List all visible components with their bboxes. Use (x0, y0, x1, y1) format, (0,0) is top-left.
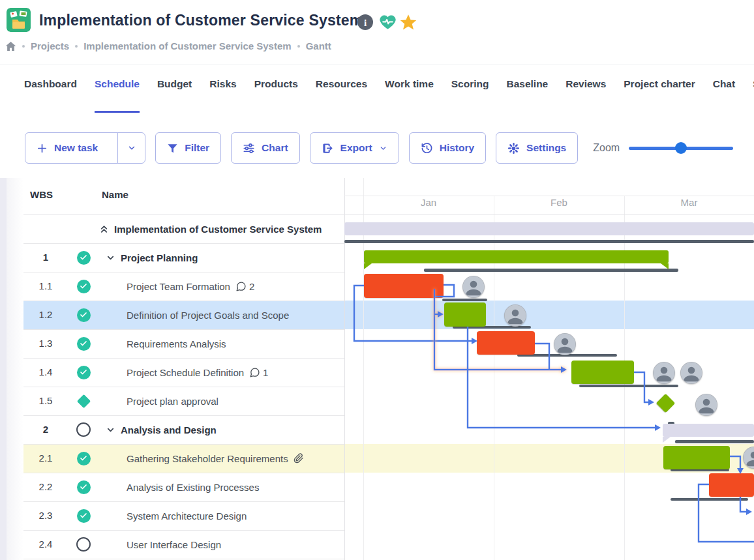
tab-reviews[interactable]: Reviews (566, 78, 606, 113)
sliders-icon (243, 142, 255, 155)
status-done-icon[interactable] (77, 480, 91, 494)
status-icon-wrap[interactable] (76, 365, 91, 379)
table-row-1-5[interactable]: 1.5Project plan approval (0, 387, 344, 415)
wbs-cell: 2.3 (33, 501, 59, 530)
status-done-icon[interactable] (77, 452, 91, 465)
info-icon[interactable]: i (357, 14, 374, 31)
collapse-all-icon[interactable] (99, 224, 109, 234)
status-icon-wrap[interactable] (76, 336, 91, 351)
task-1-2[interactable] (444, 302, 486, 327)
tab-project-charter[interactable]: Project charter (624, 78, 695, 113)
summary-analysis-design[interactable] (663, 424, 754, 437)
status-done-icon[interactable] (77, 251, 91, 265)
tab-work-time[interactable]: Work time (385, 78, 434, 113)
task-2-2[interactable] (709, 473, 754, 497)
status-icon-wrap[interactable] (76, 537, 91, 552)
status-icon-wrap[interactable] (76, 422, 91, 437)
table-row-1[interactable]: 1Project Planning (0, 243, 344, 272)
status-done-icon[interactable] (77, 308, 91, 322)
task-name: System Architecture Design (99, 501, 247, 530)
dependency-connector (634, 372, 654, 405)
tab-products[interactable]: Products (254, 78, 298, 113)
status-done-icon[interactable] (77, 509, 91, 523)
history-icon (421, 142, 433, 155)
task-name: Project Planning (99, 243, 198, 272)
wbs-cell: 2 (33, 415, 59, 444)
health-pulse-icon[interactable] (379, 14, 396, 31)
task-1-3[interactable] (477, 331, 535, 355)
status-milestone-icon[interactable] (76, 394, 90, 407)
task-name: Gathering Stakeholder Requirements (99, 444, 304, 473)
status-icon-wrap[interactable] (76, 308, 91, 322)
zoom-slider[interactable] (629, 142, 733, 154)
expand-chevron-icon[interactable] (106, 253, 115, 263)
home-icon[interactable] (5, 41, 16, 52)
tab-chat[interactable]: Chat (713, 78, 735, 113)
assignee-avatar (554, 333, 576, 355)
table-row-2-4[interactable]: 2.4User Interface Design (0, 530, 344, 559)
filter-button[interactable]: Filter (155, 132, 221, 164)
breadcrumb-dot (297, 45, 300, 48)
gantt-app: Implementation of Customer Service Syste… (0, 0, 754, 560)
task-name: User Interface Design (99, 530, 221, 559)
milestone-1-5[interactable] (656, 393, 675, 413)
table-row-2-3[interactable]: 2.3System Architecture Design (0, 501, 344, 530)
comments-badge[interactable]: 1 (249, 367, 268, 378)
assignee-avatar (680, 362, 702, 384)
table-row-2[interactable]: 2Analysis and Design (0, 415, 344, 444)
attachment-icon[interactable] (294, 453, 304, 464)
chart-button[interactable]: Chart (231, 132, 299, 164)
status-open-icon[interactable] (76, 422, 91, 437)
table-row-1-4[interactable]: 1.4Project Schedule Definition1 (0, 358, 344, 387)
table-row-1-2[interactable]: 1.2Definition of Project Goals and Scope (0, 301, 344, 329)
task-name-label: Project Schedule Definition (127, 367, 244, 378)
month-label-jan: Jan (363, 197, 494, 208)
status-icon-wrap[interactable] (76, 250, 91, 265)
task-name-label: Project plan approval (127, 396, 219, 407)
status-icon-wrap[interactable] (76, 279, 91, 293)
project-summary[interactable] (344, 222, 754, 235)
wbs-cell: 2.2 (33, 473, 59, 501)
table-row-project[interactable]: Implementation of Customer Service Syste… (0, 214, 344, 243)
status-icon-wrap[interactable] (76, 480, 91, 494)
status-done-icon[interactable] (77, 280, 91, 293)
tab-schedule[interactable]: Schedule (95, 78, 140, 113)
breadcrumb-gantt[interactable]: Gantt (306, 40, 331, 52)
status-done-icon[interactable] (77, 337, 91, 351)
history-button[interactable]: History (409, 132, 486, 164)
expand-chevron-icon[interactable] (106, 425, 115, 435)
settings-button[interactable]: Settings (496, 132, 578, 164)
summary-project-planning[interactable] (364, 250, 669, 263)
tab-baseline[interactable]: Baseline (506, 78, 548, 113)
status-icon-wrap[interactable] (76, 508, 91, 523)
breadcrumb-projects[interactable]: Projects (31, 40, 69, 52)
task-name: Project Team Formation2 (99, 272, 254, 301)
favorite-star-icon[interactable] (399, 14, 416, 31)
new-task-caret[interactable] (117, 133, 145, 163)
task-1-4[interactable] (571, 361, 634, 384)
status-done-icon[interactable] (77, 366, 91, 379)
status-icon-wrap[interactable] (76, 394, 91, 408)
task-1-1[interactable] (364, 274, 444, 298)
comments-badge[interactable]: 2 (235, 281, 254, 292)
tab-dashboard[interactable]: Dashboard (24, 78, 77, 113)
tab-budget[interactable]: Budget (157, 78, 192, 113)
table-row-1-1[interactable]: 1.1Project Team Formation2 (0, 272, 344, 301)
task-2-1[interactable] (663, 446, 730, 469)
breadcrumb-implementation-of-customer-service-system[interactable]: Implementation of Customer Service Syste… (83, 40, 291, 52)
new-task-button[interactable]: New task (25, 132, 145, 164)
tab-resources[interactable]: Resources (316, 78, 367, 113)
export-button[interactable]: Export (310, 132, 399, 164)
status-open-icon[interactable] (76, 537, 91, 552)
table-row-2-1[interactable]: 2.1Gathering Stakeholder Requirements (0, 444, 344, 473)
task-name: Requirements Analysis (99, 329, 226, 358)
wbs-cell: 1.3 (33, 329, 59, 358)
table-row-2-2[interactable]: 2.2Analysis of Existing Processes (0, 473, 344, 501)
tab-risks[interactable]: Risks (209, 78, 236, 113)
tab-scoring[interactable]: Scoring (451, 78, 489, 113)
month-label-feb: Feb (494, 197, 624, 208)
table-row-1-3[interactable]: 1.3Requirements Analysis (0, 329, 344, 358)
gear-icon (507, 142, 520, 155)
zoom-slider-thumb[interactable] (675, 142, 687, 154)
status-icon-wrap[interactable] (76, 451, 91, 465)
